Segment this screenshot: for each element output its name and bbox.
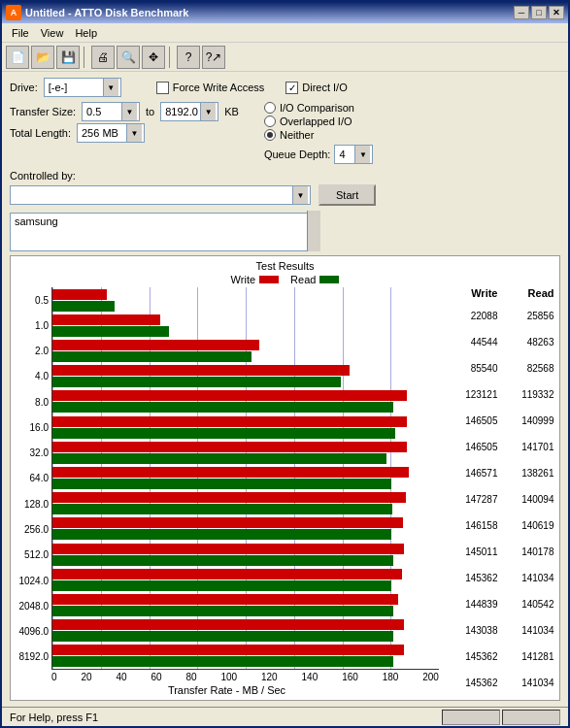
chart-bars-area [51,287,439,670]
chart-right-area: Write Read 22088258564454448263855408256… [439,287,555,696]
read-bar [52,606,393,616]
io-comparison-radio-row: I/O Comparison [264,102,374,114]
direct-io-checkbox[interactable]: ✓ [285,82,298,94]
write-bar [52,569,402,579]
minimize-button[interactable]: ─ [514,6,529,19]
drive-dropdown[interactable]: ▼ [103,79,118,96]
force-write-checkbox[interactable] [156,82,169,94]
maximize-button[interactable]: □ [531,6,547,19]
read-bar [52,326,169,337]
write-bar [52,289,107,300]
read-col-header: Read [501,287,554,299]
y-label: 1024.0 [15,568,49,593]
write-value: 147287 [445,494,498,505]
chart-row [52,440,439,465]
read-value: 140094 [501,494,554,505]
controls-area: Drive: [-e-] ▼ Force Write Access ✓ Dire… [10,78,560,251]
chart-section: Test Results Write Read 0.51.02.04.08.01… [10,255,560,701]
move-button[interactable]: ✥ [142,46,165,69]
read-bar [52,504,392,514]
help-button[interactable]: ? [177,46,200,69]
chart-value-row: 145362141034 [443,566,555,591]
menu-help[interactable]: Help [69,25,103,41]
controlled-by-row: Controlled by: [10,170,560,182]
bar-pair [52,645,439,667]
overlapped-io-label: Overlapped I/O [280,116,352,127]
close-button[interactable]: ✕ [549,6,564,19]
chart-value-row: 145362141281 [443,645,555,670]
preview-button[interactable]: 🔍 [117,46,140,69]
write-value: 145011 [445,546,498,557]
status-panels [442,710,560,725]
print-button[interactable]: 🖨 [91,46,115,69]
io-comparison-radio[interactable] [264,102,276,114]
app-icon: A [6,5,21,20]
window-title: Untitled - ATTO Disk Benchmark [25,7,514,18]
total-length-wrap: 256 MB ▼ [77,123,145,143]
read-bar [52,428,395,439]
write-bar [52,467,409,478]
samsung-text-area[interactable]: samsung [10,213,311,251]
menu-view[interactable]: View [35,25,70,41]
read-value: 141281 [501,651,554,662]
bar-pair [52,569,439,591]
read-bar [52,580,391,591]
menu-file[interactable]: File [6,25,35,41]
x-axis-label: 40 [116,672,126,682]
start-button[interactable]: Start [319,184,376,206]
y-label: 16.0 [15,414,49,440]
samsung-scrollbar[interactable] [307,211,320,251]
controlled-by-dropdown[interactable]: ▼ [292,186,308,204]
drive-select-wrap: [-e-] ▼ [44,78,121,97]
total-length: 256 MB [80,127,126,139]
chart-value-row: 143038141034 [443,618,555,644]
io-radio-group: I/O Comparison Overlapped I/O Neither [264,102,374,141]
read-value: 25856 [501,311,554,321]
write-value: 44544 [445,337,498,347]
new-button[interactable]: 📄 [6,46,29,69]
queue-depth-dropdown[interactable]: ▼ [354,146,370,163]
whatsthis-button[interactable]: ?↗ [202,46,225,69]
transfer-from-dropdown[interactable]: ▼ [121,103,137,120]
bar-pair [52,467,439,489]
chart-value-row: 146505141701 [443,435,555,460]
write-bar [52,594,398,605]
read-legend: Read [290,274,339,285]
samsung-text: samsung [15,215,58,227]
read-value: 140619 [501,520,554,531]
chart-y-labels: 0.51.02.04.08.016.032.064.0128.0256.0512… [15,287,51,670]
read-bar [52,453,386,464]
queue-depth: 4 [337,149,354,160]
transfer-to-dropdown[interactable]: ▼ [200,103,216,120]
open-button[interactable]: 📂 [31,46,54,69]
chart-row [52,389,439,414]
save-button[interactable]: 💾 [56,46,80,69]
write-bar [52,365,350,376]
write-value: 144839 [445,599,498,610]
overlapped-io-radio[interactable] [264,116,276,127]
total-length-dropdown[interactable]: ▼ [126,124,142,142]
y-label: 4.0 [15,364,49,389]
chart-value-row: 8554082568 [443,356,555,381]
write-value: 146505 [445,415,498,426]
transfer-size-row: Transfer Size: 0.5 ▼ to 8192.0 ▼ KB [10,102,239,121]
drive-label: Drive: [10,82,38,93]
help-text: For Help, press F1 [10,711,98,723]
bar-pair [52,517,439,540]
write-bar [52,390,407,401]
neither-radio[interactable] [264,129,276,141]
window-controls: ─ □ ✕ [514,6,564,19]
write-bar [52,619,404,630]
read-legend-label: Read [290,274,316,285]
direct-io-label: Direct I/O [302,82,347,93]
chart-title: Test Results [15,260,555,272]
bar-pair [52,365,439,387]
direct-io-area: ✓ Direct I/O [285,82,347,94]
transfer-unit: KB [224,106,239,117]
menu-bar: File View Help [2,23,568,43]
controlled-by-input-wrap: ▼ [10,185,311,205]
y-label: 256.0 [15,517,49,543]
bar-pair [52,492,439,514]
chart-row [52,592,439,617]
write-bar [52,544,404,554]
